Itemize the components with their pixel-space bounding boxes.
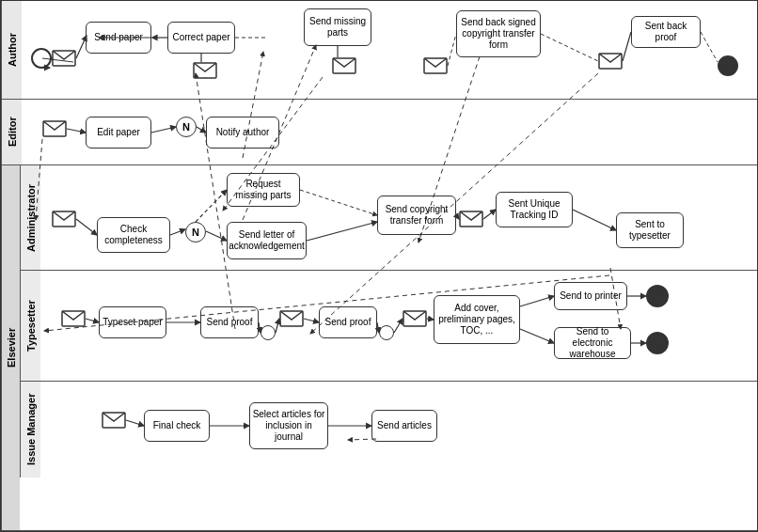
- svg-line-36: [86, 319, 99, 322]
- admin-label: Administrator: [20, 165, 40, 270]
- email-icon-type3: [403, 310, 427, 327]
- proc-send-proof1: Send proof: [200, 306, 259, 338]
- email-icon-3: [332, 57, 356, 74]
- n-symbol-admin: N: [185, 222, 206, 243]
- email-icon-2: [193, 62, 217, 79]
- svg-line-42: [394, 319, 403, 333]
- svg-line-21: [197, 127, 206, 133]
- lane-author: Author Send paper Correct paper Send mis…: [1, 1, 757, 100]
- email-icon-5: [598, 53, 623, 70]
- proc-send-missing-parts: Send missing parts: [304, 8, 371, 46]
- email-icon-type2: [279, 310, 304, 327]
- issue-label: Issue Manager: [20, 382, 40, 477]
- author-end: [718, 55, 738, 76]
- lane-typesetter: Typesetter Typeset paper Send proof: [20, 271, 757, 382]
- svg-line-20: [151, 127, 176, 133]
- email-icon-admin1: [52, 211, 76, 227]
- proc-check-completeness: Check completeness: [97, 217, 170, 253]
- svg-line-26: [196, 190, 227, 222]
- author-content: Send paper Correct paper Send missing pa…: [22, 1, 757, 99]
- circle-small2: [379, 325, 394, 340]
- email-icon-1: [52, 50, 76, 67]
- proc-notify-author: Notify author: [206, 117, 279, 149]
- svg-line-25: [170, 229, 185, 235]
- email-icon-issue: [102, 412, 126, 429]
- proc-typeset-paper: Typeset paper: [99, 306, 166, 338]
- svg-line-45: [520, 329, 554, 343]
- email-icon-editor: [42, 120, 67, 137]
- svg-line-32: [573, 210, 616, 230]
- svg-line-13: [623, 32, 631, 61]
- proc-select-articles: Select articles for inclusion in journal: [249, 402, 328, 449]
- lane-editor: Editor Edit paper N Notify author: [1, 100, 757, 165]
- author-label: Author: [1, 1, 22, 99]
- proc-send-back-signed: Send back signed copyright transfer form: [456, 10, 541, 57]
- author-start: [31, 48, 52, 69]
- proc-final-check: Final check: [144, 410, 210, 442]
- svg-line-44: [520, 296, 554, 306]
- email-icon-admin2: [459, 211, 483, 227]
- svg-line-11: [448, 34, 456, 66]
- proc-send-copyright: Send copyright transfer form: [377, 196, 456, 235]
- proc-send-electronic: Send to electronic warehouse: [554, 327, 631, 359]
- svg-line-28: [300, 190, 377, 215]
- proc-sent-back-proof: Sent back proof: [631, 16, 701, 48]
- circle-small1: [261, 325, 276, 340]
- diagram-container: Author Send paper Correct paper Send mis…: [0, 0, 758, 532]
- proc-add-cover: Add cover, preliminary pages, TOC, ...: [434, 295, 520, 344]
- proc-send-articles: Send articles: [371, 410, 437, 442]
- issue-content: Final check Select articles for inclusio…: [40, 382, 757, 477]
- svg-line-29: [307, 222, 377, 241]
- typesetter-label: Typesetter: [20, 271, 40, 381]
- elsevier-label: Elsevier: [1, 165, 20, 530]
- svg-line-40: [304, 319, 319, 322]
- proc-correct-paper: Correct paper: [167, 22, 235, 54]
- typesetter-content: Typeset paper Send proof Send proof: [40, 271, 757, 381]
- svg-line-43: [427, 319, 434, 320]
- proc-sent-unique: Sent Unique Tracking ID: [496, 192, 573, 227]
- svg-line-31: [483, 210, 496, 219]
- svg-line-16: [76, 38, 86, 58]
- editor-content: Edit paper N Notify author: [22, 100, 757, 164]
- elsevier-lanes: Administrator Check completeness N Reque…: [20, 165, 757, 530]
- email-icon-type1: [61, 310, 86, 327]
- editor-label: Editor: [1, 100, 22, 164]
- admin-content: Check completeness N Request missing par…: [40, 165, 757, 270]
- email-icon-4: [423, 57, 448, 74]
- end-circle-2: [646, 332, 669, 354]
- proc-send-letter: Send letter of acknowledgement: [227, 222, 307, 259]
- lane-issue: Issue Manager Final check Select article…: [20, 382, 757, 477]
- svg-line-12: [541, 34, 598, 61]
- svg-line-19: [67, 129, 86, 133]
- proc-send-printer: Send to printer: [554, 282, 627, 310]
- proc-request-missing: Request missing parts: [227, 173, 300, 207]
- proc-edit-paper: Edit paper: [86, 117, 151, 149]
- n-symbol-editor: N: [176, 117, 197, 137]
- svg-line-49: [126, 420, 144, 426]
- lane-administrator: Administrator Check completeness N Reque…: [20, 165, 757, 271]
- proc-send-paper: Send paper: [86, 22, 151, 54]
- end-circle-1: [646, 285, 669, 307]
- proc-send-proof2: Send proof: [319, 306, 377, 338]
- svg-line-24: [76, 219, 97, 235]
- svg-line-14: [701, 32, 718, 62]
- elsevier-wrapper: Elsevier Administrator Check completenes…: [1, 165, 757, 531]
- svg-line-27: [206, 231, 227, 241]
- proc-sent-typesetter: Sent to typesetter: [616, 212, 684, 248]
